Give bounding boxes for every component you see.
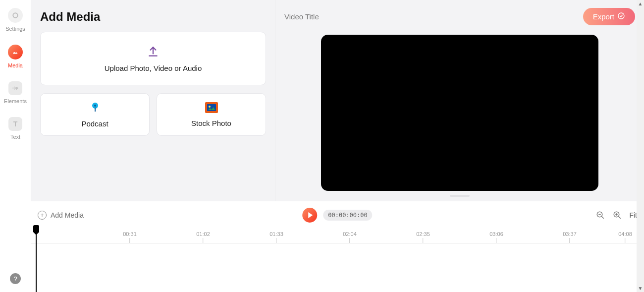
- sidebar: Settings Media Elements T Text ?: [0, 0, 31, 292]
- svg-point-12: [618, 13, 624, 19]
- scroll-up-icon: ▲: [638, 1, 643, 6]
- svg-line-17: [619, 216, 621, 219]
- upload-card[interactable]: Upload Photo, Video or Audio: [40, 32, 266, 85]
- podcast-icon: [89, 102, 101, 116]
- vertical-scrollbar[interactable]: ▲ ▼: [637, 0, 644, 292]
- svg-rect-7: [95, 108, 96, 112]
- play-button[interactable]: [302, 208, 317, 223]
- svg-rect-1: [13, 87, 13, 89]
- svg-line-14: [602, 216, 604, 219]
- ruler-tick: 03:06: [489, 231, 503, 243]
- play-icon: [308, 212, 313, 218]
- svg-rect-2: [14, 87, 14, 90]
- svg-point-8: [94, 105, 96, 107]
- sidebar-item-text[interactable]: T Text: [8, 117, 22, 140]
- video-preview[interactable]: [321, 35, 598, 191]
- sidebar-item-label: Media: [8, 62, 23, 68]
- upload-label: Upload Photo, Video or Audio: [105, 64, 202, 72]
- app-root: Settings Media Elements T Text ? Add Med…: [0, 0, 644, 292]
- check-circle-icon: [617, 12, 625, 21]
- ruler-tick: 00:31: [123, 231, 137, 243]
- ruler-tick: 04:08: [618, 231, 632, 243]
- zoom-out-button[interactable]: [595, 210, 605, 220]
- playhead-handle[interactable]: [33, 225, 39, 232]
- video-title-input[interactable]: Video Title: [284, 12, 319, 21]
- svg-rect-3: [15, 87, 15, 89]
- timeline-tracks[interactable]: [31, 244, 644, 292]
- sidebar-item-elements[interactable]: Elements: [4, 81, 27, 104]
- export-button[interactable]: Export: [583, 8, 635, 25]
- ruler-tick: 03:37: [563, 231, 577, 243]
- podcast-label: Podcast: [81, 119, 108, 128]
- plus-icon: +: [38, 211, 47, 220]
- stock-photo-icon: [205, 102, 218, 115]
- ruler-tick: 01:33: [269, 231, 283, 243]
- svg-point-11: [209, 106, 211, 108]
- preview-panel: Video Title Export: [275, 0, 644, 201]
- ruler-tick: 02:35: [416, 231, 430, 243]
- media-panel: Add Media Upload Photo, Video or Audio P…: [31, 0, 275, 201]
- elements-icon: [8, 81, 22, 95]
- main: Add Media Upload Photo, Video or Audio P…: [31, 0, 644, 292]
- text-icon: T: [8, 117, 22, 131]
- stock-photo-label: Stock Photo: [191, 119, 231, 127]
- add-media-button[interactable]: + Add Media: [38, 211, 84, 220]
- timeline: + Add Media 00:00:00:00 Fit: [31, 201, 644, 292]
- ruler-tick: 01:02: [196, 231, 210, 243]
- panel-title: Add Media: [40, 10, 266, 24]
- sidebar-item-settings[interactable]: Settings: [5, 8, 25, 32]
- timecode-display: 00:00:00:00: [323, 210, 372, 221]
- sidebar-item-label: Text: [10, 134, 20, 140]
- stock-photo-card[interactable]: Stock Photo: [157, 93, 266, 136]
- export-label: Export: [593, 12, 614, 21]
- ruler-tick: 02:04: [343, 231, 357, 243]
- podcast-card[interactable]: Podcast: [40, 93, 150, 136]
- zoom-in-button[interactable]: [612, 210, 622, 220]
- upload-icon: [147, 45, 160, 60]
- svg-rect-5: [17, 87, 18, 89]
- timeline-ruler[interactable]: 00:31 01:02 01:33 02:04 02:35 03:06 03:3…: [31, 229, 644, 244]
- help-button[interactable]: ?: [10, 273, 21, 284]
- svg-point-0: [13, 13, 17, 17]
- sidebar-item-media[interactable]: Media: [8, 45, 23, 68]
- sidebar-item-label: Settings: [5, 26, 25, 32]
- upper-row: Add Media Upload Photo, Video or Audio P…: [31, 0, 644, 201]
- media-icon: [8, 45, 23, 59]
- playhead[interactable]: [36, 229, 37, 292]
- settings-icon: [8, 8, 23, 23]
- timeline-controls: + Add Media 00:00:00:00 Fit: [31, 201, 644, 229]
- scroll-down-icon: ▼: [638, 286, 643, 291]
- add-media-label: Add Media: [51, 211, 84, 219]
- panel-resize-handle[interactable]: [450, 195, 470, 197]
- svg-rect-4: [16, 87, 17, 90]
- fit-button[interactable]: Fit: [629, 211, 637, 219]
- sidebar-item-label: Elements: [4, 98, 27, 104]
